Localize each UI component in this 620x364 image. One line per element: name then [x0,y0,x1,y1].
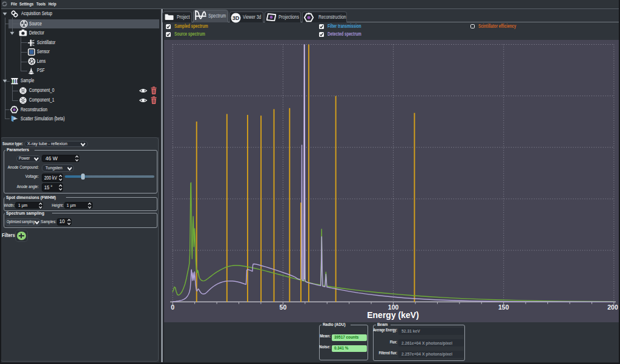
svg-text:0: 0 [171,304,174,311]
svg-text:Energy (keV): Energy (keV) [367,310,419,320]
svg-text:3D: 3D [232,15,239,21]
svg-text:150: 150 [498,304,509,311]
svg-text:50: 50 [280,304,287,311]
svg-text:200: 200 [607,304,618,311]
